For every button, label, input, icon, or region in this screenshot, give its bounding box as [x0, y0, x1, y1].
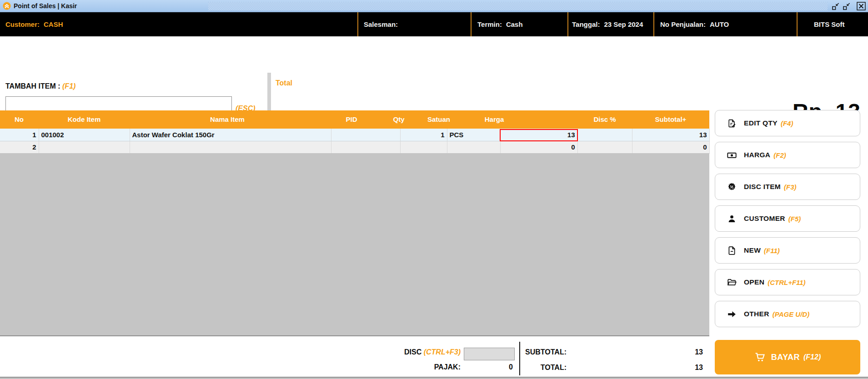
money-icon	[727, 150, 737, 160]
close-window-icon[interactable]	[857, 2, 866, 10]
column-header-disc: Disc %	[593, 115, 616, 123]
column-header-no: No	[15, 115, 24, 123]
button-label: EDIT QTY	[744, 119, 778, 127]
open-folder-icon	[727, 278, 737, 287]
button-label: NEW	[744, 246, 761, 254]
infobar-separator	[797, 12, 798, 36]
column-header-satuan: Satuan	[427, 115, 450, 123]
disc-shortcut: (CTRL+F3)	[424, 348, 461, 356]
cell-qty[interactable]: 1	[400, 129, 447, 141]
restore-window-alt-icon[interactable]	[842, 2, 851, 10]
action-sidebar: EDIT QTY (F4) HARGA (F2) DISC ITEM (F3) …	[712, 110, 868, 379]
cart-icon	[754, 352, 765, 363]
transaction-infobar: Customer: CASH Salesman: Termin: Cash Ta…	[0, 12, 868, 36]
salesman-label: Salesman:	[364, 20, 398, 28]
infobar-separator	[471, 12, 472, 36]
customer-button[interactable]: CUSTOMER (F5)	[715, 205, 860, 232]
disc-item-button[interactable]: DISC ITEM (F3)	[715, 174, 860, 200]
restore-window-icon[interactable]	[831, 2, 840, 10]
penjualan-info: No Penjualan: AUTO	[660, 12, 729, 36]
other-button[interactable]: OTHER (PAGE U/D)	[715, 301, 860, 327]
discount-badge-icon	[727, 182, 737, 192]
termin-label: Termin:	[477, 20, 502, 28]
button-label: OPEN	[744, 278, 764, 286]
cell-satuan[interactable]	[447, 141, 500, 153]
cell-nama[interactable]	[130, 141, 331, 153]
cell-subtotal[interactable]: 0	[632, 141, 709, 153]
total-label: TOTAL:	[476, 364, 567, 372]
cell-disc[interactable]	[577, 141, 632, 153]
new-document-icon	[727, 246, 737, 255]
button-shortcut: (CTRL+F11)	[768, 279, 805, 286]
total-panel-label: Total	[276, 79, 292, 87]
termin-info: Termin: Cash	[477, 12, 523, 36]
grid-empty-area	[0, 153, 709, 336]
app-icon[interactable]	[3, 2, 11, 10]
infobar-separator	[567, 12, 568, 36]
disc-label: DISC (CTRL+F3)	[324, 348, 461, 356]
pajak-label: PAJAK:	[324, 363, 461, 371]
button-label: OTHER	[744, 310, 769, 318]
tanggal-value: 23 Sep 2024	[604, 20, 643, 28]
cell-disc[interactable]	[577, 129, 632, 141]
infobar-separator	[653, 12, 654, 36]
cell-kode[interactable]: 001002	[39, 129, 130, 141]
column-header-subtotal: Subtotal+	[655, 115, 687, 123]
cell-pid[interactable]	[331, 129, 400, 141]
edit-qty-button[interactable]: EDIT QTY (F4)	[715, 110, 860, 136]
button-label: DISC ITEM	[744, 183, 781, 191]
tanggal-info: Tanggal: 23 Sep 2024	[572, 12, 643, 36]
add-item-label: TAMBAH ITEM : (F1)	[5, 82, 75, 90]
customer-value: CASH	[44, 20, 63, 28]
infobar-separator	[357, 12, 358, 36]
grid-header: No Kode Item Nama Item PID Qty Satuan Ha…	[0, 110, 709, 129]
items-grid: 1 001002 Astor Wafer Coklat 150Gr 1 PCS …	[0, 129, 710, 154]
totals-panel: DISC (CTRL+F3) PAJAK: 0 SUBTOTAL: 13 TOT…	[0, 336, 712, 377]
customer-info: Customer: CASH	[5, 12, 63, 36]
customer-label: Customer:	[5, 20, 40, 28]
new-button[interactable]: NEW (F11)	[715, 237, 860, 264]
button-label: CUSTOMER	[744, 214, 785, 223]
cell-no[interactable]: 1	[0, 129, 39, 141]
button-shortcut: (F5)	[788, 215, 801, 223]
cell-no[interactable]: 2	[0, 141, 39, 153]
salesman-info: Salesman:	[364, 12, 402, 36]
person-icon	[727, 214, 737, 224]
cell-nama[interactable]: Astor Wafer Coklat 150Gr	[130, 129, 331, 141]
titlebar-texture	[208, 2, 828, 10]
bayar-button[interactable]: BAYAR (F12)	[715, 340, 860, 374]
cell-satuan[interactable]: PCS	[447, 129, 500, 141]
arrow-right-icon	[727, 309, 737, 319]
subtotal-value: 13	[657, 348, 703, 356]
top-panel: TAMBAH ITEM : (F1) (ESC) Total Rp. 13	[0, 36, 868, 110]
brand-text: BITS Soft	[814, 12, 845, 36]
button-shortcut: (F4)	[781, 120, 793, 127]
cell-kode[interactable]	[39, 141, 130, 153]
bayar-label: BAYAR	[771, 353, 800, 362]
penjualan-value: AUTO	[710, 20, 729, 28]
titlebar: Point of Sales | Kasir	[0, 0, 868, 12]
cell-qty[interactable]	[400, 141, 447, 153]
cell-pid[interactable]	[331, 141, 400, 153]
bayar-shortcut: (F12)	[803, 353, 821, 361]
button-label: HARGA	[744, 151, 770, 159]
column-header-pid: PID	[346, 115, 357, 123]
cell-subtotal[interactable]: 13	[632, 129, 709, 141]
table-row: 1 001002 Astor Wafer Coklat 150Gr 1 PCS …	[0, 129, 709, 141]
subtotal-label: SUBTOTAL:	[476, 348, 567, 356]
harga-button[interactable]: HARGA (F2)	[715, 142, 860, 168]
penjualan-label: No Penjualan:	[660, 20, 706, 28]
tanggal-label: Tanggal:	[572, 20, 600, 28]
edit-qty-icon	[727, 119, 737, 128]
selected-cell-outline	[500, 129, 578, 141]
column-header-qty: Qty	[393, 115, 404, 123]
open-button[interactable]: OPEN (CTRL+F11)	[715, 269, 860, 295]
button-shortcut: (F11)	[764, 247, 780, 254]
cell-harga[interactable]: 0	[500, 141, 577, 153]
pos-window: Point of Sales | Kasir Customer: CASH Sa…	[0, 0, 868, 379]
button-shortcut: (PAGE U/D)	[773, 310, 809, 318]
window-bottom-edge	[0, 377, 868, 379]
total-value: 13	[657, 364, 703, 372]
add-item-shortcut: (F1)	[62, 82, 75, 90]
column-header-harga: Harga	[485, 115, 504, 123]
